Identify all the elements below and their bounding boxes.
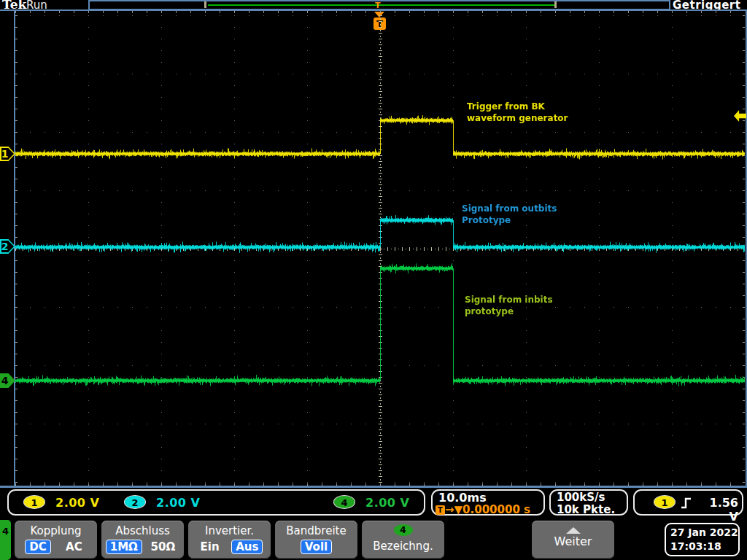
timebase-readout: 10.0ms T→▼0.000000 s <box>431 489 545 516</box>
channel-1-badge: 1 <box>23 495 45 509</box>
bandbreite-option-voll[interactable]: Voll <box>301 540 332 554</box>
trigger-level-value: 1.56 V <box>700 496 738 524</box>
channel-2-position-marker[interactable]: 2 <box>0 239 15 254</box>
bezeichng-channel-badge: 4 <box>394 524 413 536</box>
channel-4-badge: 4 <box>333 495 355 509</box>
trigger-t-icon: T <box>436 505 445 515</box>
channel-2-badge: 2 <box>124 495 146 509</box>
graticule-bottom-border <box>0 486 747 488</box>
invertier-button[interactable]: Invertier. Ein Aus <box>188 521 271 559</box>
datetime-display: 27 Jan 2022 17:03:18 <box>665 523 740 556</box>
channel-4-position-marker[interactable]: 4 <box>0 373 15 388</box>
weiter-button[interactable]: Weiter <box>532 521 614 559</box>
window-bracket-right <box>554 1 557 8</box>
trigger-position-readout: T→▼0.000000 s <box>436 503 530 516</box>
record-length-value: 10k Pkte. <box>557 503 615 516</box>
oscilloscope-screen: Tek Run Getriggert T T 1 2 4 Trigger fro… <box>0 0 747 560</box>
kopplung-option-ac[interactable]: AC <box>61 540 87 554</box>
bezeichng-button[interactable]: 4 Bezeichng. <box>362 521 444 559</box>
sample-rate-value: 100kS/s <box>557 491 605 504</box>
annotation-outbits: Signal from outbitsPrototype <box>462 203 557 226</box>
up-triangle-icon <box>566 527 581 534</box>
record-window-line <box>208 4 557 6</box>
trigger-readout: 1 1.56 V <box>633 489 743 516</box>
channel-4-scale: 2.00 V <box>365 496 409 510</box>
time-value: 17:03:18 <box>670 540 738 553</box>
sample-rate-readout: 100kS/s 10k Pkte. <box>549 489 628 516</box>
annotation-trigger-bk: Trigger from BKwaveform generator <box>467 101 568 124</box>
trigger-source-badge: 1 <box>654 495 676 509</box>
date-value: 27 Jan 2022 <box>670 526 738 540</box>
bandbreite-button[interactable]: Bandbreite Voll <box>275 521 357 559</box>
invertier-option-ein[interactable]: Ein <box>196 540 224 554</box>
waveform-display <box>15 11 745 486</box>
kopplung-button[interactable]: Kopplung DC AC <box>15 521 97 559</box>
invertier-option-aus[interactable]: Aus <box>231 540 263 554</box>
abschluss-option-1mohm[interactable]: 1MΩ <box>106 540 142 554</box>
abschluss-option-50ohm[interactable]: 50Ω <box>147 540 180 554</box>
channel-1-scale: 2.00 V <box>55 496 99 510</box>
window-bracket-left <box>204 1 206 8</box>
channel-2-scale: 2.00 V <box>156 496 200 510</box>
kopplung-option-dc[interactable]: DC <box>25 540 50 554</box>
channel-scale-readout: 1 2.00 V 2 2.00 V 4 2.00 V <box>7 489 425 516</box>
channel-1-position-marker[interactable]: 1 <box>0 147 15 161</box>
abschluss-button[interactable]: Abschluss 1MΩ 50Ω <box>101 521 184 559</box>
rising-edge-icon <box>680 496 693 510</box>
menu-channel-tab: 4 <box>0 520 11 560</box>
annotation-inbits: Signal from inbitsprototype <box>465 294 553 317</box>
